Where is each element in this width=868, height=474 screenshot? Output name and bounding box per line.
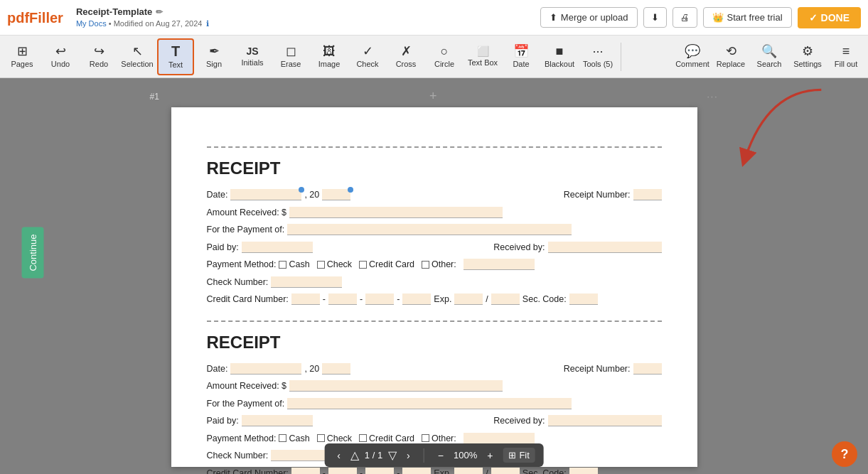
zoom-in-button[interactable]: + xyxy=(483,448,497,463)
payment-label-2: For the Payment of: xyxy=(207,396,285,412)
tool-settings[interactable]: ⚙ Settings xyxy=(789,38,826,75)
payment-row: For the Payment of: xyxy=(207,222,662,238)
cc-field3-2[interactable] xyxy=(365,468,394,474)
download-icon: ⬇ xyxy=(651,12,659,23)
page-options[interactable]: ··· xyxy=(707,92,718,102)
tool-undo[interactable]: ↩ Undo xyxy=(42,38,79,75)
help-button[interactable]: ? xyxy=(832,441,857,467)
other-checkbox[interactable]: Other: xyxy=(422,257,456,273)
cash-checkbox-2[interactable]: Cash xyxy=(279,431,309,447)
date-field[interactable] xyxy=(230,189,301,200)
tool-tools[interactable]: ··· Tools (5) xyxy=(579,38,616,75)
check-checkbox[interactable]: Check xyxy=(317,257,352,273)
cash-checkbox[interactable]: Cash xyxy=(279,257,309,273)
tool-cross[interactable]: ✗ Cross xyxy=(387,38,424,75)
tool-check[interactable]: ✓ Check xyxy=(349,38,386,75)
amount-field[interactable] xyxy=(289,207,503,218)
tool-comment[interactable]: 💬 Comment xyxy=(674,38,711,75)
tool-blackout[interactable]: ■ Blackout xyxy=(541,38,578,75)
print-icon: 🖨 xyxy=(680,12,690,23)
print-button[interactable]: 🖨 xyxy=(673,7,697,28)
exp-field1-2[interactable] xyxy=(454,468,483,474)
logo-area: pdfFiller xyxy=(7,10,63,26)
received-field-2[interactable] xyxy=(548,415,662,426)
year-field[interactable] xyxy=(322,189,350,200)
start-trial-button[interactable]: 👑 Start free trial xyxy=(703,7,792,28)
tool-redo[interactable]: ↪ Redo xyxy=(80,38,117,75)
cc-field1[interactable] xyxy=(291,293,320,305)
erase-icon: ◻ xyxy=(286,45,296,58)
settings-icon: ⚙ xyxy=(802,45,813,58)
amount-field-2[interactable] xyxy=(289,380,503,392)
edit-icon[interactable]: ✏ xyxy=(156,7,163,18)
paid-field[interactable] xyxy=(242,242,313,253)
fit-button[interactable]: ⊞ Fit xyxy=(503,448,535,463)
tool-date[interactable]: 📅 Date xyxy=(503,38,540,75)
sec-label: Sec. Code: xyxy=(523,291,567,308)
tool-initials[interactable]: JS Initials xyxy=(234,38,271,75)
doc-info: Receipt-Template ✏ My Docs • Modified on… xyxy=(76,6,210,28)
fillout-icon: ≡ xyxy=(842,45,850,58)
pdf-page: RECEIPT Date: , 20 Receipt Number: xyxy=(171,107,697,467)
tool-sign[interactable]: ✒ Sign xyxy=(195,38,232,75)
paid-field-2[interactable] xyxy=(242,415,313,426)
cc-field3[interactable] xyxy=(365,293,394,305)
exp-label: Exp. xyxy=(434,291,451,308)
undo-icon: ↩ xyxy=(55,45,66,58)
tool-textbox[interactable]: ⬜ Text Box xyxy=(464,38,501,75)
info-icon: ℹ xyxy=(206,19,209,28)
tool-erase[interactable]: ◻ Erase xyxy=(272,38,309,75)
date-field-2[interactable] xyxy=(230,363,301,375)
date-label-2: Date: xyxy=(207,361,228,377)
amount-label-2: Amount Received: $ xyxy=(207,378,287,394)
trial-icon: 👑 xyxy=(712,12,724,23)
nav-up-icon: △ xyxy=(350,448,359,462)
continue-button[interactable]: Continue xyxy=(22,227,44,278)
prev-page-button[interactable]: ‹ xyxy=(333,448,345,463)
cc-field2-2[interactable] xyxy=(328,468,357,474)
receipt-num-field-2[interactable] xyxy=(633,363,662,375)
tool-search[interactable]: 🔍 Search xyxy=(751,38,788,75)
sec-field[interactable] xyxy=(569,293,598,305)
tool-circle[interactable]: ○ Circle xyxy=(426,38,463,75)
cc-field4-2[interactable] xyxy=(402,468,431,474)
download-button[interactable]: ⬇ xyxy=(643,7,667,28)
tool-image[interactable]: 🖼 Image xyxy=(311,38,348,75)
search-icon: 🔍 xyxy=(761,45,777,58)
tool-text[interactable]: T Text xyxy=(157,38,194,75)
bottom-bar: ‹ △ 1 / 1 ▽ › − 100% + ⊞ Fit xyxy=(324,443,544,467)
tool-pages[interactable]: ⊞ Pages xyxy=(4,38,41,75)
payment-field[interactable] xyxy=(287,224,572,235)
cc-field1-2[interactable] xyxy=(291,468,320,474)
receipt-num-field[interactable] xyxy=(633,189,662,200)
received-field[interactable] xyxy=(548,242,662,253)
check-num-field[interactable] xyxy=(271,276,342,288)
my-docs-link[interactable]: My Docs xyxy=(76,19,107,28)
year-field-2[interactable] xyxy=(322,363,350,375)
other-field[interactable] xyxy=(464,259,535,270)
tool-fillout[interactable]: ≡ Fill out xyxy=(827,38,864,75)
cc-field2[interactable] xyxy=(328,293,357,305)
exp-field1[interactable] xyxy=(454,293,483,305)
check-num-label: Check Number: xyxy=(207,274,269,291)
textbox-icon: ⬜ xyxy=(477,46,489,56)
credit-checkbox[interactable]: Credit Card xyxy=(359,257,414,273)
other-field-2[interactable] xyxy=(464,433,535,444)
amount-row-2: Amount Received: $ xyxy=(207,378,662,394)
tool-selection[interactable]: ↖ Selection xyxy=(119,38,156,75)
divider xyxy=(424,448,424,463)
exp-field2-2[interactable] xyxy=(491,468,520,474)
next-page-button[interactable]: › xyxy=(402,448,414,463)
cc-field4[interactable] xyxy=(402,293,431,305)
tool-replace[interactable]: ⟲ Replace xyxy=(712,38,749,75)
done-button[interactable]: ✓ DONE xyxy=(798,7,861,28)
zoom-level: 100% xyxy=(454,450,477,460)
merge-upload-button[interactable]: ⬆ Merge or upload xyxy=(540,7,638,28)
add-page-button[interactable]: + xyxy=(429,89,437,104)
circle-icon: ○ xyxy=(441,45,449,58)
payment-field-2[interactable] xyxy=(287,398,572,409)
sec-field-2[interactable] xyxy=(569,468,598,474)
zoom-out-button[interactable]: − xyxy=(434,448,448,463)
payment-row-2: For the Payment of: xyxy=(207,396,662,412)
exp-field2[interactable] xyxy=(491,293,520,305)
